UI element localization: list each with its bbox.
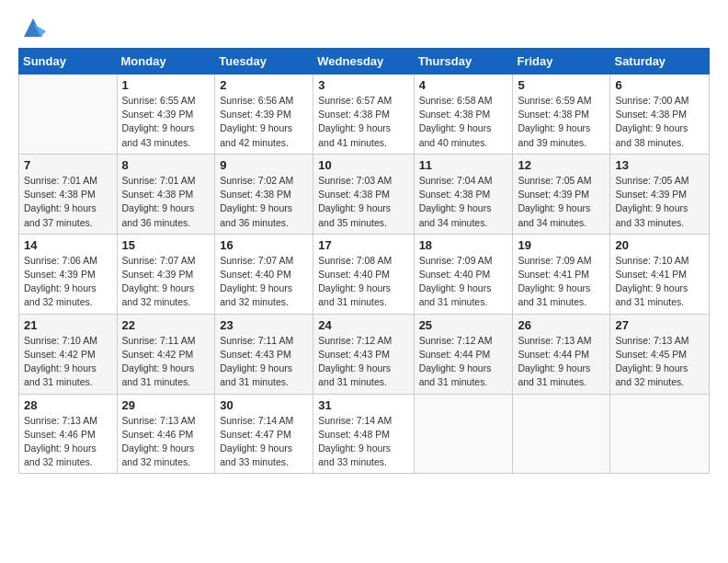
day-number: 23 xyxy=(220,318,308,332)
day-number: 11 xyxy=(419,158,508,172)
calendar-cell: 15Sunrise: 7:07 AM Sunset: 4:39 PM Dayli… xyxy=(117,234,215,314)
day-info: Sunrise: 6:59 AM Sunset: 4:38 PM Dayligh… xyxy=(518,94,605,150)
day-number: 9 xyxy=(220,158,308,172)
day-info: Sunrise: 7:12 AM Sunset: 4:43 PM Dayligh… xyxy=(318,334,408,390)
day-info: Sunrise: 7:05 AM Sunset: 4:39 PM Dayligh… xyxy=(518,174,605,230)
calendar-table: SundayMondayTuesdayWednesdayThursdayFrid… xyxy=(18,48,710,474)
calendar-cell: 25Sunrise: 7:12 AM Sunset: 4:44 PM Dayli… xyxy=(414,314,513,394)
day-info: Sunrise: 7:01 AM Sunset: 4:38 PM Dayligh… xyxy=(122,174,210,230)
day-info: Sunrise: 7:10 AM Sunset: 4:42 PM Dayligh… xyxy=(24,334,112,390)
calendar-cell: 10Sunrise: 7:03 AM Sunset: 4:38 PM Dayli… xyxy=(313,154,414,234)
day-number: 4 xyxy=(419,78,508,92)
weekday-header: Wednesday xyxy=(313,49,414,75)
calendar-cell: 26Sunrise: 7:13 AM Sunset: 4:44 PM Dayli… xyxy=(513,314,610,394)
day-info: Sunrise: 6:56 AM Sunset: 4:39 PM Dayligh… xyxy=(220,94,308,150)
day-info: Sunrise: 7:07 AM Sunset: 4:39 PM Dayligh… xyxy=(122,254,210,310)
calendar-cell: 22Sunrise: 7:11 AM Sunset: 4:42 PM Dayli… xyxy=(117,314,215,394)
day-number: 8 xyxy=(122,158,210,172)
calendar-cell: 19Sunrise: 7:09 AM Sunset: 4:41 PM Dayli… xyxy=(513,234,610,314)
calendar-cell: 17Sunrise: 7:08 AM Sunset: 4:40 PM Dayli… xyxy=(313,234,414,314)
calendar-cell: 8Sunrise: 7:01 AM Sunset: 4:38 PM Daylig… xyxy=(117,154,215,234)
weekday-header: Sunday xyxy=(19,49,118,75)
calendar-cell: 21Sunrise: 7:10 AM Sunset: 4:42 PM Dayli… xyxy=(19,314,118,394)
day-number: 2 xyxy=(220,78,308,92)
day-number: 26 xyxy=(518,318,605,332)
day-number: 7 xyxy=(24,158,112,172)
calendar-week-row: 14Sunrise: 7:06 AM Sunset: 4:39 PM Dayli… xyxy=(19,234,710,314)
day-info: Sunrise: 7:11 AM Sunset: 4:43 PM Dayligh… xyxy=(220,334,308,390)
day-number: 13 xyxy=(615,158,704,172)
day-number: 5 xyxy=(518,78,605,92)
weekday-header: Monday xyxy=(117,49,215,75)
calendar-week-row: 21Sunrise: 7:10 AM Sunset: 4:42 PM Dayli… xyxy=(19,314,710,394)
day-number: 3 xyxy=(318,78,408,92)
day-number: 15 xyxy=(122,238,210,252)
day-number: 1 xyxy=(122,78,210,92)
day-info: Sunrise: 6:55 AM Sunset: 4:39 PM Dayligh… xyxy=(122,94,210,150)
day-number: 22 xyxy=(122,318,210,332)
day-info: Sunrise: 7:09 AM Sunset: 4:40 PM Dayligh… xyxy=(419,254,508,310)
day-number: 12 xyxy=(518,158,605,172)
day-info: Sunrise: 7:05 AM Sunset: 4:39 PM Dayligh… xyxy=(615,174,704,230)
day-info: Sunrise: 7:11 AM Sunset: 4:42 PM Dayligh… xyxy=(122,334,210,390)
header xyxy=(18,15,710,37)
day-info: Sunrise: 7:07 AM Sunset: 4:40 PM Dayligh… xyxy=(220,254,308,310)
day-number: 21 xyxy=(24,318,112,332)
day-number: 31 xyxy=(318,398,408,412)
calendar-cell: 12Sunrise: 7:05 AM Sunset: 4:39 PM Dayli… xyxy=(513,154,610,234)
day-info: Sunrise: 7:13 AM Sunset: 4:45 PM Dayligh… xyxy=(615,334,704,390)
calendar-cell: 16Sunrise: 7:07 AM Sunset: 4:40 PM Dayli… xyxy=(215,234,313,314)
calendar-cell: 30Sunrise: 7:14 AM Sunset: 4:47 PM Dayli… xyxy=(215,394,313,474)
calendar-cell: 2Sunrise: 6:56 AM Sunset: 4:39 PM Daylig… xyxy=(215,75,313,155)
calendar-cell: 23Sunrise: 7:11 AM Sunset: 4:43 PM Dayli… xyxy=(215,314,313,394)
calendar-cell: 27Sunrise: 7:13 AM Sunset: 4:45 PM Dayli… xyxy=(610,314,710,394)
weekday-header: Saturday xyxy=(610,49,710,75)
day-info: Sunrise: 6:58 AM Sunset: 4:38 PM Dayligh… xyxy=(419,94,508,150)
day-info: Sunrise: 7:06 AM Sunset: 4:39 PM Dayligh… xyxy=(24,254,112,310)
day-number: 16 xyxy=(220,238,308,252)
day-info: Sunrise: 7:02 AM Sunset: 4:38 PM Dayligh… xyxy=(220,174,308,230)
day-info: Sunrise: 7:13 AM Sunset: 4:46 PM Dayligh… xyxy=(24,414,112,470)
calendar-cell: 13Sunrise: 7:05 AM Sunset: 4:39 PM Dayli… xyxy=(610,154,710,234)
day-number: 20 xyxy=(615,238,704,252)
day-info: Sunrise: 7:14 AM Sunset: 4:48 PM Dayligh… xyxy=(318,414,408,470)
weekday-header: Thursday xyxy=(414,49,513,75)
calendar-cell: 5Sunrise: 6:59 AM Sunset: 4:38 PM Daylig… xyxy=(513,75,610,155)
day-number: 19 xyxy=(518,238,605,252)
calendar-cell: 7Sunrise: 7:01 AM Sunset: 4:38 PM Daylig… xyxy=(19,154,118,234)
day-number: 24 xyxy=(318,318,408,332)
calendar-cell: 3Sunrise: 6:57 AM Sunset: 4:38 PM Daylig… xyxy=(313,75,414,155)
calendar-cell: 9Sunrise: 7:02 AM Sunset: 4:38 PM Daylig… xyxy=(215,154,313,234)
day-info: Sunrise: 7:08 AM Sunset: 4:40 PM Dayligh… xyxy=(318,254,408,310)
weekday-header: Tuesday xyxy=(215,49,313,75)
day-number: 14 xyxy=(24,238,112,252)
day-number: 17 xyxy=(318,238,408,252)
day-info: Sunrise: 6:57 AM Sunset: 4:38 PM Dayligh… xyxy=(318,94,408,150)
calendar-cell xyxy=(414,394,513,474)
day-number: 29 xyxy=(122,398,210,412)
logo-icon xyxy=(20,15,46,40)
day-info: Sunrise: 7:14 AM Sunset: 4:47 PM Dayligh… xyxy=(220,414,308,470)
day-number: 18 xyxy=(419,238,508,252)
calendar-week-row: 28Sunrise: 7:13 AM Sunset: 4:46 PM Dayli… xyxy=(19,394,710,474)
day-info: Sunrise: 7:00 AM Sunset: 4:38 PM Dayligh… xyxy=(615,94,704,150)
day-number: 25 xyxy=(419,318,508,332)
calendar-cell: 1Sunrise: 6:55 AM Sunset: 4:39 PM Daylig… xyxy=(117,75,215,155)
weekday-header: Friday xyxy=(513,49,610,75)
day-info: Sunrise: 7:01 AM Sunset: 4:38 PM Dayligh… xyxy=(24,174,112,230)
calendar-cell xyxy=(610,394,710,474)
calendar-cell: 18Sunrise: 7:09 AM Sunset: 4:40 PM Dayli… xyxy=(414,234,513,314)
calendar-cell: 31Sunrise: 7:14 AM Sunset: 4:48 PM Dayli… xyxy=(313,394,414,474)
day-info: Sunrise: 7:10 AM Sunset: 4:41 PM Dayligh… xyxy=(615,254,704,310)
day-number: 28 xyxy=(24,398,112,412)
day-number: 30 xyxy=(220,398,308,412)
calendar-cell: 11Sunrise: 7:04 AM Sunset: 4:38 PM Dayli… xyxy=(414,154,513,234)
calendar-cell xyxy=(19,75,118,155)
calendar-cell: 29Sunrise: 7:13 AM Sunset: 4:46 PM Dayli… xyxy=(117,394,215,474)
day-info: Sunrise: 7:09 AM Sunset: 4:41 PM Dayligh… xyxy=(518,254,605,310)
logo xyxy=(18,15,46,37)
calendar-week-row: 7Sunrise: 7:01 AM Sunset: 4:38 PM Daylig… xyxy=(19,154,710,234)
day-number: 27 xyxy=(615,318,704,332)
day-info: Sunrise: 7:04 AM Sunset: 4:38 PM Dayligh… xyxy=(419,174,508,230)
calendar-body: 1Sunrise: 6:55 AM Sunset: 4:39 PM Daylig… xyxy=(19,75,710,474)
